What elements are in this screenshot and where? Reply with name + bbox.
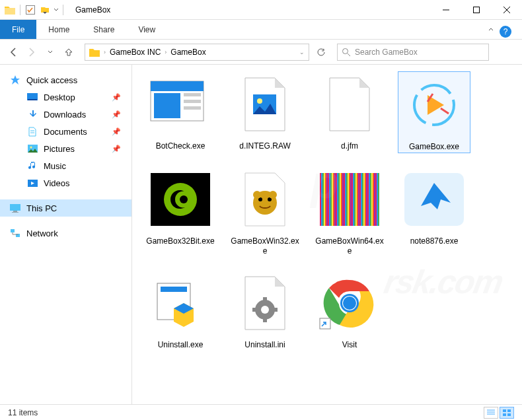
svg-rect-66 bbox=[359, 173, 361, 226]
svg-rect-51 bbox=[340, 173, 341, 226]
file-label: d.jfm bbox=[341, 141, 358, 152]
maximize-button[interactable] bbox=[461, 0, 492, 20]
file-item[interactable]: GameBox.exe bbox=[398, 71, 470, 153]
svg-rect-78 bbox=[375, 173, 377, 226]
qat-dropdown-icon[interactable] bbox=[39, 4, 51, 16]
svg-rect-60 bbox=[352, 173, 353, 226]
icons-view-button[interactable] bbox=[500, 407, 514, 419]
svg-rect-87 bbox=[263, 317, 267, 322]
sidebar-this-pc[interactable]: This PC bbox=[0, 199, 131, 217]
svg-rect-43 bbox=[329, 173, 330, 226]
folder-icon bbox=[4, 4, 16, 16]
sidebar-quick-access[interactable]: Quick access bbox=[0, 71, 131, 88]
file-item[interactable]: d.INTEG.RAW bbox=[229, 71, 301, 153]
svg-rect-62 bbox=[354, 173, 355, 226]
file-label: GameBoxWin32.exe bbox=[229, 236, 301, 257]
svg-rect-24 bbox=[154, 93, 180, 118]
svg-rect-75 bbox=[371, 173, 373, 226]
tab-view[interactable]: View bbox=[126, 20, 167, 39]
file-icon bbox=[232, 270, 298, 336]
svg-rect-67 bbox=[361, 173, 362, 226]
svg-rect-42 bbox=[328, 173, 329, 226]
downloads-icon bbox=[26, 108, 38, 120]
svg-rect-36 bbox=[320, 173, 321, 226]
breadcrumb-item[interactable]: GameBox bbox=[170, 48, 205, 57]
svg-rect-38 bbox=[322, 173, 324, 226]
sidebar-item-downloads[interactable]: Downloads 📌 bbox=[0, 106, 131, 123]
sidebar-item-music[interactable]: Music bbox=[0, 157, 131, 174]
svg-rect-89 bbox=[272, 308, 278, 312]
file-list[interactable]: BotCheck.exed.INTEG.RAWd.jfmGameBox.exeG… bbox=[132, 65, 522, 404]
svg-rect-83 bbox=[161, 287, 187, 292]
close-button[interactable] bbox=[492, 0, 522, 20]
svg-rect-20 bbox=[151, 81, 204, 91]
chevron-down-icon[interactable] bbox=[54, 7, 59, 13]
file-icon bbox=[232, 166, 298, 232]
file-label: GameBoxWin64.exe bbox=[313, 236, 386, 257]
recent-dropdown[interactable] bbox=[42, 44, 58, 60]
file-icon bbox=[147, 166, 213, 232]
sidebar-item-pictures[interactable]: Pictures 📌 bbox=[0, 140, 131, 157]
help-icon[interactable]: ? bbox=[500, 26, 511, 38]
svg-rect-57 bbox=[348, 173, 349, 226]
network-icon bbox=[9, 227, 21, 239]
minimize-button[interactable] bbox=[431, 0, 461, 20]
file-icon bbox=[147, 71, 213, 137]
breadcrumb-item[interactable]: GameBox INC bbox=[110, 48, 161, 57]
svg-rect-39 bbox=[324, 173, 325, 226]
svg-rect-53 bbox=[342, 173, 344, 226]
details-view-button[interactable] bbox=[484, 407, 498, 419]
file-item[interactable]: d.jfm bbox=[313, 71, 386, 153]
file-item[interactable]: note8876.exe bbox=[398, 166, 470, 257]
titlebar: GameBox bbox=[0, 0, 522, 20]
svg-rect-72 bbox=[367, 173, 369, 226]
svg-rect-2 bbox=[474, 7, 480, 13]
back-button[interactable] bbox=[5, 44, 21, 60]
sidebar-item-videos[interactable]: Videos bbox=[0, 174, 131, 192]
svg-point-30 bbox=[180, 195, 188, 203]
svg-rect-23 bbox=[184, 106, 201, 110]
svg-rect-68 bbox=[362, 173, 363, 226]
chevron-down-icon[interactable]: ⌄ bbox=[299, 49, 305, 55]
svg-rect-22 bbox=[184, 100, 201, 103]
up-button[interactable] bbox=[61, 44, 77, 60]
file-label: d.INTEG.RAW bbox=[239, 141, 291, 152]
svg-rect-65 bbox=[358, 173, 359, 226]
file-item[interactable]: Uninstall.ini bbox=[229, 270, 301, 351]
folder-icon bbox=[89, 48, 100, 57]
address-bar[interactable]: › GameBox INC › GameBox ⌄ bbox=[85, 44, 309, 61]
videos-icon bbox=[26, 177, 38, 189]
file-item[interactable]: GameBox32Bit.exe bbox=[144, 166, 217, 257]
file-label: GameBox32Bit.exe bbox=[146, 236, 214, 247]
file-icon bbox=[232, 71, 298, 137]
svg-point-12 bbox=[30, 147, 32, 149]
file-label: Uninstall.ini bbox=[244, 340, 285, 351]
checkbox-icon[interactable] bbox=[24, 4, 36, 16]
sidebar-item-documents[interactable]: Documents 📌 bbox=[0, 123, 131, 140]
file-item[interactable]: GameBoxWin32.exe bbox=[229, 166, 301, 257]
forward-button[interactable] bbox=[24, 44, 40, 60]
navigation-pane: Quick access Desktop 📌 Downloads 📌 Docum… bbox=[0, 65, 132, 404]
sidebar-item-desktop[interactable]: Desktop 📌 bbox=[0, 88, 131, 106]
file-item[interactable]: GameBoxWin64.exe bbox=[313, 166, 386, 257]
ribbon: File Home Share View ? bbox=[0, 20, 522, 40]
svg-rect-63 bbox=[355, 173, 357, 226]
file-item[interactable]: Visit bbox=[313, 270, 386, 351]
tab-home[interactable]: Home bbox=[36, 20, 81, 39]
search-input[interactable]: Search GameBox bbox=[337, 44, 489, 61]
refresh-button[interactable] bbox=[312, 44, 330, 61]
svg-point-26 bbox=[257, 98, 262, 104]
svg-rect-49 bbox=[337, 173, 338, 226]
ribbon-expand-icon[interactable] bbox=[488, 26, 494, 33]
file-item[interactable]: Uninstall.exe bbox=[144, 270, 217, 351]
file-item[interactable]: BotCheck.exe bbox=[144, 71, 217, 153]
pin-icon: 📌 bbox=[112, 127, 121, 136]
sidebar-network[interactable]: Network bbox=[0, 225, 131, 242]
svg-rect-69 bbox=[363, 173, 365, 226]
file-tab[interactable]: File bbox=[0, 20, 36, 39]
tab-share[interactable]: Share bbox=[81, 20, 126, 39]
file-label: Visit bbox=[342, 340, 357, 351]
svg-rect-47 bbox=[334, 173, 336, 226]
svg-rect-56 bbox=[346, 173, 348, 226]
music-icon bbox=[26, 160, 38, 172]
